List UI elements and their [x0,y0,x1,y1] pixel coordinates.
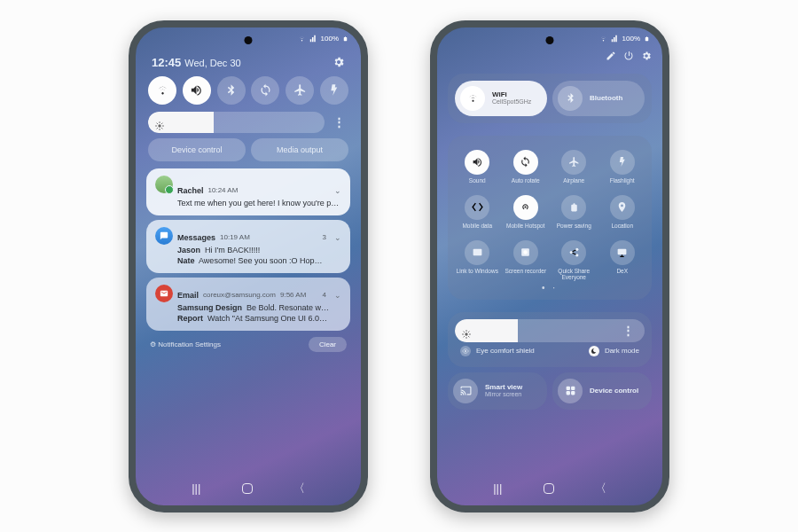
quick-share-icon [561,240,586,265]
eye-comfort-toggle[interactable]: Eye comfort shield [460,346,535,356]
notif-time: 10:24 AM [208,186,239,194]
chevron-down-icon[interactable]: ⌄ [334,291,341,300]
qs-item-location[interactable]: Location [600,195,645,235]
auto-rotate-icon [259,83,272,97]
settings-gear-icon[interactable] [332,56,345,68]
device-control-tile[interactable]: Device control [552,372,652,410]
bluetooth-icon [558,86,583,111]
qs-item-quick-share-everyone[interactable]: Quick Share Everyone [552,240,597,280]
qs-item-dex[interactable]: DeX [600,240,645,280]
phone-quick-settings: 100% WiFiCellSpot5GHz Bluetooth SoundAut… [430,20,669,512]
grid-icon [558,379,583,403]
flashlight-icon [327,83,340,97]
avatar-rachel [155,176,173,193]
nav-recents-icon[interactable]: ||| [192,481,200,495]
qs-item-link-to-windows[interactable]: Link to Windows [455,240,500,280]
notification-card[interactable]: Messages 10:19 AM 3 ⌄ Jason Hi I'm BACK!… [146,220,350,273]
smart-view-tile[interactable]: Smart viewMirror screen [448,372,547,410]
cast-icon [453,379,478,403]
qs-panel-connectivity: WiFiCellSpot5GHz Bluetooth [448,74,652,123]
nav-home-icon[interactable] [544,483,554,494]
brightness-slider[interactable] [148,112,325,133]
smart-view-label: Smart view [485,383,522,391]
wifi-tile[interactable]: WiFiCellSpot5GHz [455,81,547,116]
nav-back-icon[interactable]: 〈 [595,481,606,497]
auto-rotate-icon [513,150,538,175]
flashlight-toggle[interactable] [320,76,348,105]
wifi-icon [460,86,485,111]
power-saving-icon [561,195,586,220]
auto-rotate-toggle[interactable] [251,76,279,105]
notif-line-text: Hi I'm BACK!!!!! [205,246,260,254]
notif-body-text: Text me when you get here! I know you're… [177,198,341,208]
device-control-label: Device control [171,145,222,154]
qs-item-label: Link to Windows [457,268,498,280]
clock-time: 12:45 [152,56,181,69]
brightness-more-icon[interactable]: ⋮ [330,115,348,129]
notif-line-sender: Samsung Design [177,303,242,312]
eye-icon [460,346,471,356]
qs-item-mobile-data[interactable]: Mobile data [455,195,500,235]
nav-bar: ||| 〈 [437,481,662,497]
notification-card[interactable]: Rachel 10:24 AM ⌄ Text me when you get h… [146,168,350,215]
qs-item-label: Mobile Hotspot [506,223,544,235]
bluetooth-tile-label: Bluetooth [590,94,622,102]
media-output-pill[interactable]: Media output [251,138,348,161]
datetime-row: 12:45Wed, Dec 30 [145,54,352,74]
phone-notification-shade: 100% 12:45Wed, Dec 30 ⋮ Device control M… [129,20,368,512]
clear-button[interactable]: Clear [309,337,347,352]
chevron-down-icon[interactable]: ⌄ [334,186,341,195]
qs-item-label: Auto rotate [512,177,540,190]
notification-settings-link[interactable]: ⚙ Notification Settings [150,340,221,348]
mobile-data-icon [465,195,489,220]
brightness-slider[interactable]: ⋮ [455,319,645,342]
chevron-down-icon[interactable]: ⌄ [334,233,341,242]
notif-count: 4 [323,291,326,299]
qs-item-label: Flashlight [610,177,635,190]
screen-recorder-icon [513,240,538,265]
location-icon [610,195,635,220]
bluetooth-tile[interactable]: Bluetooth [552,81,645,116]
notif-line-sender: Jason [177,246,200,254]
notification-card[interactable]: Email coreux@samsung.com 9:56 AM 4 ⌄ Sam… [146,278,350,331]
dark-mode-toggle[interactable]: Dark mode [589,346,639,356]
wifi-toggle[interactable] [148,76,176,105]
qs-item-sound[interactable]: Sound [455,150,500,190]
sound-icon [465,150,489,175]
notif-line-text: Be Bold. Resonate w… [246,303,329,312]
wifi-tile-sub: CellSpot5GHz [492,98,531,106]
qs-item-flashlight[interactable]: Flashlight [600,150,645,190]
nav-back-icon[interactable]: 〈 [293,481,305,497]
brightness-more-icon[interactable]: ⋮ [619,324,638,337]
qs-item-label: Screen recorder [505,268,546,280]
notif-line-sender: Report [177,314,203,323]
notif-sender: Rachel [177,186,204,195]
page-dots[interactable]: • · [455,280,645,293]
qs-item-mobile-hotspot[interactable]: Mobile Hotspot [504,195,549,235]
qs-panel-main: SoundAuto rotateAirplaneFlashlightMobile… [448,136,652,300]
bluetooth-toggle[interactable] [217,76,246,105]
device-control-pill[interactable]: Device control [148,138,246,161]
qs-item-power-saving[interactable]: Power saving [552,195,597,235]
dex-icon [610,240,635,265]
bluetooth-icon [224,83,238,97]
nav-recents-icon[interactable]: ||| [493,481,502,495]
qs-item-label: Sound [469,177,486,190]
brightness-sun-icon [155,118,164,127]
media-output-label: Media output [277,145,323,154]
qs-item-airplane[interactable]: Airplane [552,150,597,190]
nav-home-icon[interactable] [242,483,253,494]
qs-item-screen-recorder[interactable]: Screen recorder [504,240,549,280]
airplane-icon [293,83,307,97]
notif-app: Messages [177,233,215,242]
notif-count: 3 [323,233,326,241]
airplane-toggle[interactable] [286,76,314,105]
sound-icon [190,83,203,97]
qs-item-auto-rotate[interactable]: Auto rotate [504,150,549,190]
sound-toggle[interactable] [183,76,211,105]
notif-line-text: Watch "At Samsung One UI 6.0… [207,314,327,323]
qs-item-label: Quick Share Everyone [552,268,597,280]
hotspot-icon [513,195,538,220]
brightness-sun-icon [462,326,471,335]
eye-comfort-label: Eye comfort shield [476,347,535,355]
